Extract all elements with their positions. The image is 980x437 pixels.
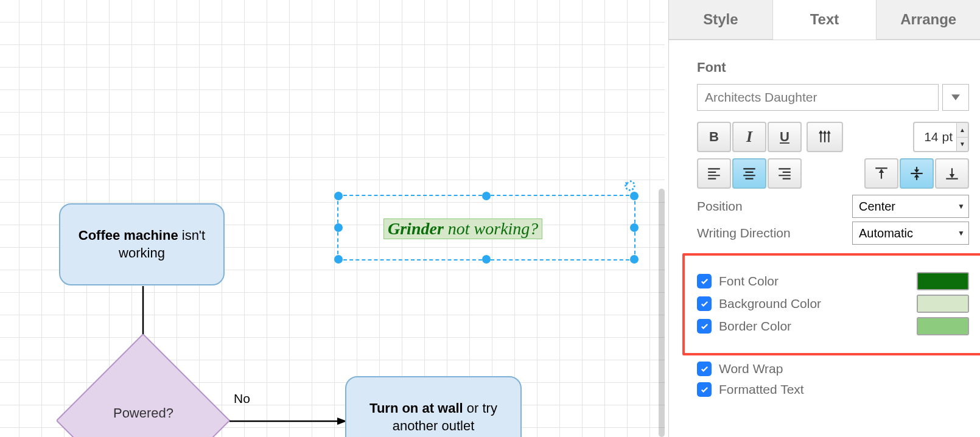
italic-button[interactable]: I <box>732 122 766 152</box>
border-color-label: Border Color <box>719 319 791 334</box>
node-turn-on-bold: Turn on at wall <box>369 400 463 416</box>
chevron-down-icon: ▼ <box>957 229 965 237</box>
chevron-down-icon: ▼ <box>957 202 965 211</box>
formatted-text-label: Formatted Text <box>719 382 804 397</box>
node-grinder-bold: Grinder <box>388 219 444 238</box>
svg-marker-9 <box>827 130 831 133</box>
svg-marker-8 <box>823 130 827 133</box>
rotate-handle[interactable] <box>623 179 637 192</box>
svg-marker-2 <box>57 334 229 437</box>
font-color-label: Font Color <box>719 274 779 288</box>
svg-marker-6 <box>951 94 960 100</box>
font-family-select[interactable]: Architects Daughter <box>697 84 939 111</box>
svg-marker-7 <box>819 130 823 133</box>
resize-handle-s[interactable] <box>482 255 491 264</box>
writing-direction-value: Automatic <box>859 226 913 240</box>
font-colors-highlight: Font Color Background Color <box>682 253 980 355</box>
resize-handle-nw[interactable] <box>334 192 343 200</box>
svg-marker-15 <box>914 170 920 173</box>
border-color-swatch[interactable] <box>917 317 969 335</box>
font-size-down[interactable]: ▼ <box>957 138 968 152</box>
font-section-heading: Font <box>697 60 969 75</box>
edge-label-no[interactable]: No <box>234 391 250 406</box>
background-color-swatch[interactable] <box>917 295 969 313</box>
resize-handle-ne[interactable] <box>630 192 639 200</box>
background-color-swatch-inner <box>918 296 968 312</box>
align-center-button[interactable] <box>732 158 766 189</box>
node-turn-on[interactable]: Turn on at wall or try another outlet <box>345 376 522 437</box>
svg-marker-17 <box>914 174 920 177</box>
edge-powered-to-turnon <box>229 418 351 430</box>
font-size-up[interactable]: ▲ <box>957 123 968 138</box>
tab-style[interactable]: Style <box>669 0 773 40</box>
bold-button[interactable]: B <box>697 122 731 152</box>
resize-handle-e[interactable] <box>630 223 639 232</box>
drawing-canvas[interactable]: Coffee machine isn't working Powered? No… <box>0 0 665 437</box>
node-powered-label: Powered? <box>57 405 230 421</box>
node-powered-decision[interactable]: Powered? <box>57 334 230 437</box>
tab-arrange[interactable]: Arrange <box>877 0 980 40</box>
font-family-value: Architects Daughter <box>705 90 817 105</box>
resize-handle-se[interactable] <box>630 255 639 264</box>
font-size-stepper[interactable]: 14 pt ▲ ▼ <box>913 122 969 152</box>
font-family-dropdown[interactable] <box>942 84 969 111</box>
svg-marker-12 <box>879 169 884 173</box>
resize-handle-sw[interactable] <box>334 255 343 264</box>
font-size-unit: pt <box>942 130 956 144</box>
font-color-swatch-inner <box>918 273 968 289</box>
align-right-button[interactable] <box>768 158 802 189</box>
underline-button[interactable]: U <box>768 122 802 152</box>
panel-tabs: Style Text Arrange <box>669 0 980 40</box>
tab-text[interactable]: Text <box>773 0 877 40</box>
writing-direction-select[interactable]: Automatic ▼ <box>852 222 969 245</box>
background-color-checkbox[interactable] <box>697 296 712 311</box>
valign-bottom-button[interactable] <box>935 158 969 189</box>
position-label: Position <box>697 199 743 214</box>
vertical-text-button[interactable] <box>807 122 843 152</box>
resize-handle-w[interactable] <box>334 223 343 232</box>
font-color-checkbox[interactable] <box>697 274 712 288</box>
word-wrap-checkbox[interactable] <box>697 362 712 376</box>
border-color-swatch-inner <box>918 318 968 334</box>
node-coffee-machine[interactable]: Coffee machine isn't working <box>59 203 225 285</box>
writing-direction-label: Writing Direction <box>697 226 791 240</box>
position-select[interactable]: Center ▼ <box>852 195 969 218</box>
canvas-scrollbar[interactable] <box>659 189 665 437</box>
font-color-swatch[interactable] <box>917 272 969 290</box>
valign-top-button[interactable] <box>864 158 898 189</box>
node-grinder-rest: not working? <box>444 219 539 238</box>
border-color-checkbox[interactable] <box>697 319 712 334</box>
svg-marker-20 <box>950 174 955 178</box>
formatted-text-checkbox[interactable] <box>697 382 712 397</box>
node-coffee-machine-bold: Coffee machine <box>79 228 178 243</box>
format-panel: Style Text Arrange Font Architects Daugh… <box>668 0 980 437</box>
resize-handle-n[interactable] <box>482 192 491 200</box>
valign-middle-button[interactable] <box>900 158 934 189</box>
position-value: Center <box>859 200 895 214</box>
background-color-label: Background Color <box>719 296 821 311</box>
word-wrap-label: Word Wrap <box>719 362 783 376</box>
font-size-value: 14 <box>914 130 942 144</box>
node-grinder-text[interactable]: Grinder not working? <box>383 218 542 239</box>
align-left-button[interactable] <box>697 158 731 189</box>
